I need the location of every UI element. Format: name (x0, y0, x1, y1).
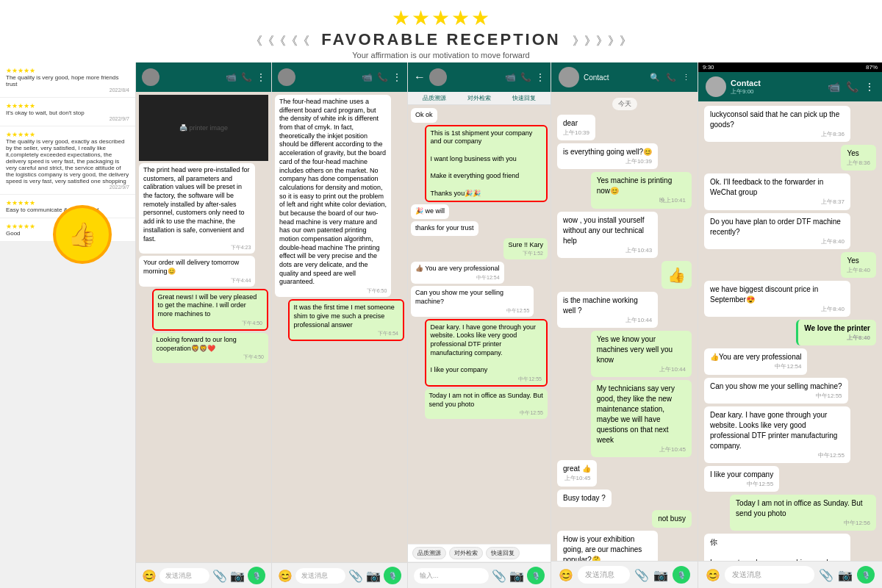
chat2-send-button[interactable]: 🎙️ (384, 567, 401, 584)
mid-msg-10: Busy today ? (557, 490, 612, 507)
chat3-input[interactable]: 输入... (414, 568, 489, 584)
camera-icon-3[interactable]: 📷 (509, 569, 524, 583)
back-icon-3[interactable]: ← (414, 71, 426, 84)
video-call-icon-3[interactable]: 📹 (505, 72, 516, 82)
call-icon-mid[interactable]: 📞 (666, 73, 676, 82)
chat1-msg-4: Looking forward to our long cooperation🦁… (152, 333, 268, 363)
chat-panels-container: 📹 📞 ⋮ 🖨️ printer image The print head we… (136, 62, 882, 588)
mid-msg-7: Yes we know your machines very well you … (591, 331, 692, 377)
option-search[interactable]: 对外检索 (467, 94, 491, 102)
attach-icon-right[interactable]: 📎 (819, 568, 833, 582)
chat-middle-send-button[interactable]: 🎙️ (673, 566, 690, 584)
chat2-body: The four-head machine uses a different b… (272, 92, 407, 562)
menu-icon-right[interactable]: ⋮ (864, 81, 875, 93)
mid-msg-11: not busy (652, 510, 692, 528)
attach-icon[interactable]: 📎 (212, 569, 227, 583)
right-msg-6: we have biggest discount price in Septem… (704, 281, 850, 317)
right-header-left: Contact 上午9:00 (706, 76, 761, 97)
right-msg-4: Do you have plan to order DTF machine re… (704, 213, 850, 249)
mid-msg-1: dear 上午10:39 (557, 115, 595, 140)
chat-panel-3: ← 📹 📞 ⋮ 品质溯源 对外检索 快速回复 Ok ok Th (408, 62, 551, 588)
right-msg-1: luckyconsol said that he can pick up the… (704, 106, 850, 142)
mid-msg-2: is everything going well?😊 上午10:39 (557, 143, 658, 169)
emoji-icon-mid[interactable]: 😊 (559, 568, 573, 582)
chat-panel-1: 📹 📞 ⋮ 🖨️ printer image The print head we… (136, 62, 272, 588)
arrows-right: 》》》》》 (573, 35, 631, 47)
camera-icon-right[interactable]: 📷 (838, 568, 853, 582)
menu-icon-mid[interactable]: ⋮ (682, 73, 690, 82)
right-msg-we-love-printer: We love the printer 上午8:40 (796, 320, 876, 345)
chat-middle-input[interactable]: 发送消息 (578, 566, 630, 584)
right-msg-11: I like your company 中午12:55 (704, 466, 779, 492)
quick-reply-btn-1[interactable]: 品质溯源 (412, 547, 446, 559)
chat1-msg-2: Your order will delivery tomorrow mornin… (139, 256, 255, 286)
video-icon-right[interactable]: 📹 (828, 81, 840, 93)
right-msg-9: Can you show me your selling machine? 中午… (704, 378, 848, 404)
chat2-msg-2: It was the first time I met someone shim… (288, 299, 404, 341)
review-date: 2022/9/7 (6, 116, 129, 121)
camera-icon[interactable]: 📷 (230, 569, 245, 583)
favorable-title: FAVORABLE RECEPTION (321, 30, 561, 49)
call-icon-3[interactable]: 📞 (520, 72, 531, 82)
right-msg-3: Ok. I'll feedback to the forwarder in We… (704, 173, 850, 209)
review-date: 2022/8/4 (6, 87, 129, 93)
header-subtitle: Your affirmation is our motivation to mo… (0, 51, 882, 60)
chat1-send-button[interactable]: 🎙️ (248, 567, 265, 584)
quick-reply-btn-3[interactable]: 快速回复 (486, 547, 520, 559)
review-item: ★★★★★ The quality is very good, hope mor… (0, 62, 135, 98)
menu-icon-3[interactable]: ⋮ (536, 72, 545, 82)
quick-reply-btn-2[interactable]: 对外检索 (449, 547, 483, 559)
menu-icon[interactable]: ⋮ (257, 72, 265, 82)
right-msg-13: 你 I suggest you buy our machines and con… (704, 534, 850, 561)
search-icon-mid[interactable]: 🔍 (650, 73, 660, 82)
video-call-icon[interactable]: 📹 (226, 72, 237, 82)
chat-panel-2: 📹 📞 ⋮ The four-head machine uses a diffe… (272, 62, 408, 588)
chat3-msg-8: Dear kary. I have gone through your webs… (425, 319, 548, 387)
chat-middle-header: Contact 🔍 📞 ⋮ (551, 62, 698, 92)
chat3-msg-7: Can you show me your selling machine? 中午… (411, 286, 534, 316)
call-icon-right[interactable]: 📞 (846, 81, 858, 93)
chat-right-send-button[interactable]: 🎙️ (857, 566, 875, 584)
chat3-msg-9: Today I am not in office as Sunday. But … (425, 389, 548, 419)
call-icon[interactable]: 📞 (241, 72, 252, 82)
review-text: The quality is very good, hope more frie… (6, 74, 129, 87)
emoji-icon-right[interactable]: 😊 (706, 568, 720, 582)
right-contact-name: Contact (731, 79, 761, 87)
chat-right-panel: 9:30 87% Contact 上午9:00 📹 📞 ⋮ (698, 62, 882, 588)
right-contact-status: 上午9:00 (731, 87, 761, 96)
option-source[interactable]: 品质溯源 (423, 94, 446, 102)
video-call-icon-2[interactable]: 📹 (362, 72, 373, 82)
chat1-input[interactable]: 发送消息 (159, 568, 209, 584)
call-icon-2[interactable]: 📞 (377, 72, 388, 82)
chat2-input[interactable]: 发送消息 (295, 568, 345, 584)
attach-icon-mid[interactable]: 📎 (634, 568, 649, 582)
right-msg-2: Yes 上午8:36 (841, 145, 876, 171)
mid-msg-3: Yes machine is printing now😊 晚上10:41 (591, 172, 692, 208)
chat1-msg-1: The print head were pre-installed for cu… (139, 163, 255, 254)
camera-icon-mid[interactable]: 📷 (653, 568, 668, 582)
right-msg-12: Today I am not in office as Sunday. But … (730, 495, 876, 531)
chat3-msg-2: This is 1st shipment your company and ou… (425, 125, 548, 203)
chat-right-input[interactable]: 发送消息 (725, 566, 814, 584)
review-text: The quality is very good, exactly as des… (6, 138, 129, 184)
option-reply[interactable]: 快速回复 (512, 94, 536, 102)
chat3-send-button[interactable]: 🎙️ (527, 567, 545, 584)
attach-icon-3[interactable]: 📎 (492, 569, 506, 583)
menu-icon-2[interactable]: ⋮ (392, 72, 401, 82)
thumbs-up-badge: 👍 (53, 205, 112, 264)
review-text: It's okay to wait, but don't stop (6, 110, 129, 116)
emoji-icon[interactable]: 😊 (142, 569, 157, 583)
stars-display: ★★★★★ (0, 6, 882, 30)
mid-msg-9: great 👍 上午10:45 (557, 460, 597, 486)
mid-msg-4: wow , you install yourself without any o… (557, 212, 658, 258)
review-stars: ★★★★★ (6, 67, 129, 74)
attach-icon-2[interactable]: 📎 (348, 569, 363, 583)
right-msg-10: Dear kary. I have gone through your webs… (704, 406, 850, 463)
emoji-icon-2[interactable]: 😊 (278, 569, 293, 583)
right-msg-8: 👍You are very professional 中午12:54 (704, 348, 807, 374)
right-avatar (706, 76, 726, 97)
chat-middle-panel: Contact 🔍 📞 ⋮ 今天 dear 上午10:39 is everyth… (551, 62, 698, 588)
chat3-footer: 输入... 📎 📷 🎙️ (408, 562, 551, 588)
camera-icon-2[interactable]: 📷 (366, 569, 381, 583)
mid-msg-12: How is your exhibition going, are our ma… (557, 531, 658, 562)
